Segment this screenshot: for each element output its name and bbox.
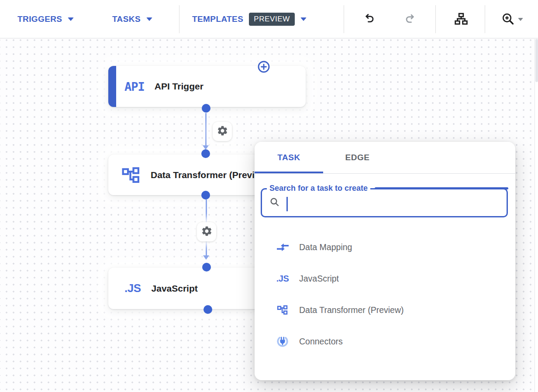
port-transformer-out[interactable] (201, 191, 210, 199)
popup-tabs: TASK EDGE (255, 142, 515, 174)
text-cursor (286, 197, 288, 211)
list-item-data-mapping[interactable]: Data Mapping (255, 231, 515, 263)
chevron-down-icon (146, 17, 152, 21)
data-transformer-icon (121, 165, 141, 185)
list-item-label: JavaScript (299, 274, 339, 284)
toolbar-divider (435, 5, 436, 33)
vertical-scrollbar[interactable] (535, 39, 538, 392)
gear-icon (217, 125, 228, 138)
undo-icon (362, 12, 376, 27)
scrollbar-thumb[interactable] (535, 39, 538, 82)
edge-arrowhead (203, 255, 209, 260)
search-input[interactable] (285, 193, 503, 214)
port-js-out[interactable] (203, 305, 212, 314)
edge-settings-button[interactable] (197, 222, 216, 241)
toolbar-divider (344, 5, 344, 33)
zoom-menu-button[interactable] (498, 9, 526, 30)
chevron-down-icon (68, 17, 74, 21)
chevron-down-icon (300, 17, 307, 21)
api-icon: API (124, 80, 145, 93)
tab-edge[interactable]: EDGE (323, 142, 392, 173)
toolbar-divider (179, 5, 179, 33)
list-item-connectors[interactable]: Connectors (255, 326, 515, 357)
edge-settings-button[interactable] (213, 122, 232, 141)
zoom-in-icon (501, 12, 515, 27)
data-mapping-icon (276, 241, 289, 253)
undo-button[interactable] (359, 9, 379, 30)
node-title: API Trigger (155, 81, 203, 92)
port-js-in[interactable] (202, 263, 211, 272)
port-api-trigger-out[interactable] (202, 104, 210, 113)
list-item-label: Connectors (299, 337, 343, 347)
list-item-label: Data Transformer (Preview) (299, 305, 404, 315)
tasks-menu-label: TASKS (112, 14, 141, 24)
preview-badge: PREVIEW (249, 13, 295, 26)
auto-layout-button[interactable] (451, 9, 472, 30)
list-item-data-transformer[interactable]: Data Transformer (Preview) (255, 294, 515, 326)
node-api-trigger[interactable]: API API Trigger (108, 66, 306, 107)
templates-menu-button[interactable]: TEMPLATES PREVIEW (192, 0, 307, 38)
chevron-down-icon (518, 18, 523, 21)
tasks-menu-button[interactable]: TASKS (112, 0, 152, 38)
workflow-canvas[interactable]: API API Trigger (0, 39, 538, 392)
list-item-javascript[interactable]: .JS JavaScript (255, 263, 515, 294)
edge-api-to-transformer (205, 113, 207, 147)
plus-circle-icon (257, 68, 270, 75)
redo-button[interactable] (400, 9, 421, 30)
tab-task[interactable]: TASK (255, 142, 323, 173)
redo-icon (404, 13, 417, 26)
js-icon: .JS (124, 282, 141, 295)
trigger-accent-bar (108, 66, 116, 107)
task-search-field[interactable] (261, 188, 508, 217)
port-transformer-in[interactable] (201, 149, 210, 158)
data-transformer-icon (276, 304, 289, 316)
node-title: JavaScript (152, 283, 198, 294)
add-task-popup: TASK EDGE Search for a task to create (255, 142, 515, 380)
add-step-button[interactable] (257, 60, 270, 73)
toolbar-divider (485, 5, 485, 33)
editor-toolbar: TRIGGERS TASKS TEMPLATES PREVIEW (0, 0, 538, 38)
connectors-icon (276, 335, 289, 347)
search-icon (269, 197, 280, 209)
node-title: Data Transformer (Preview) (151, 170, 270, 180)
list-item-label: Data Mapping (299, 242, 352, 252)
js-icon: .JS (276, 272, 289, 285)
triggers-menu-button[interactable]: TRIGGERS (17, 0, 74, 38)
task-list: Data Mapping .JS JavaScript Data T (255, 231, 515, 357)
templates-menu-label: TEMPLATES (192, 14, 243, 24)
triggers-menu-label: TRIGGERS (17, 14, 62, 24)
org-chart-icon (454, 11, 469, 28)
gear-icon (201, 225, 213, 238)
